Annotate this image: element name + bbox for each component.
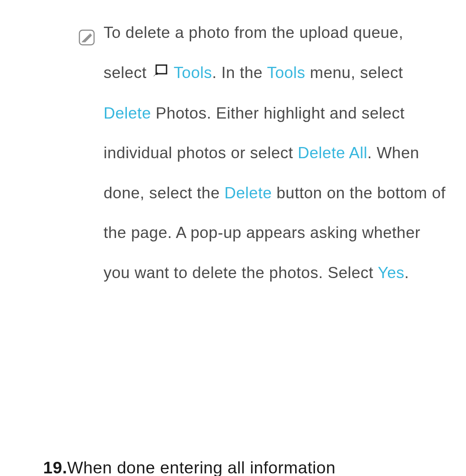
tools-link-2: Tools: [267, 64, 305, 81]
tools-link-1: Tools: [174, 64, 212, 81]
step-text: When done entering all information: [67, 458, 336, 476]
delete-all-link: Delete All: [298, 144, 367, 162]
note-text-part7: .: [404, 264, 409, 282]
note-text-part3: menu, select: [305, 64, 403, 81]
yes-link: Yes: [378, 264, 404, 282]
step-number: 19.: [43, 458, 67, 476]
tools-icon: [153, 52, 167, 92]
note-text: To delete a photo from the upload queue,…: [104, 13, 449, 293]
delete-link-1: Delete: [104, 104, 151, 122]
svg-rect-4: [156, 65, 167, 74]
step-block: 19.When done entering all information: [43, 447, 449, 476]
delete-link-2: Delete: [224, 184, 272, 202]
note-text-part2: . In the: [212, 64, 267, 81]
note-block: To delete a photo from the upload queue,…: [78, 13, 449, 293]
